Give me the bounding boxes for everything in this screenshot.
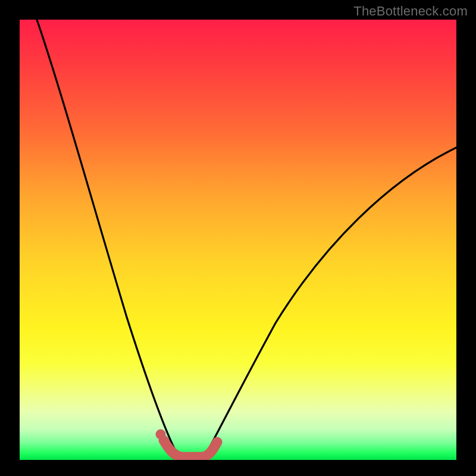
chart-frame: TheBottleneck.com	[0, 0, 476, 476]
marker-dot	[156, 430, 166, 440]
right-curve	[203, 148, 456, 460]
left-curve	[37, 20, 181, 460]
watermark-text: TheBottleneck.com	[353, 4, 468, 19]
plot-area	[20, 20, 456, 460]
curve-layer	[20, 20, 456, 460]
